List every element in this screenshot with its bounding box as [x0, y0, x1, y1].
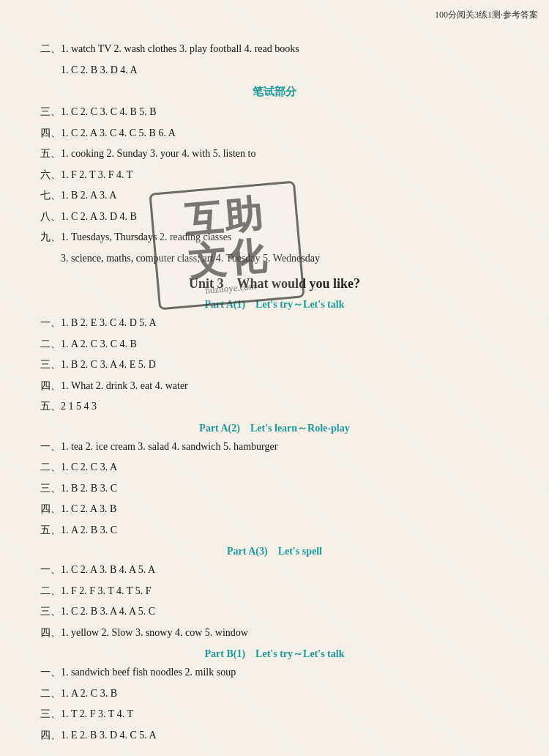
top-right-label: 100分阅关3练1测·参考答案 — [435, 9, 538, 21]
b1-san: 三、1. T 2. F 3. T 4. T — [40, 705, 509, 724]
san-line: 三、1. C 2. C 3. C 4. B 5. B — [40, 103, 509, 122]
part-a1-section: 一、1. B 2. E 3. C 4. D 5. A 二、1. A 2. C 3… — [40, 314, 509, 416]
a2-wu: 五、1. A 2. B 3. C — [40, 522, 509, 540]
er-line-1: 二、1. watch TV 2. wash clothes 3. play fo… — [40, 40, 509, 59]
b1-si: 四、1. E 2. B 3. D 4. C 5. A — [40, 727, 509, 745]
b1-yi: 一、1. sandwich beef fish noodles 2. milk … — [40, 664, 509, 682]
liu-line: 六、1. F 2. T 3. F 4. T — [40, 166, 509, 185]
a1-san: 三、1. B 2. C 3. A 4. E 5. D — [40, 356, 509, 374]
si-line: 四、1. C 2. A 3. C 4. C 5. B 6. A — [40, 125, 509, 143]
a2-si: 四、1. C 2. A 3. B — [40, 500, 509, 519]
part-a1-title: Part A(1) Let's try～Let's talk — [40, 298, 509, 311]
wu-line: 五、1. cooking 2. Sunday 3. your 4. with 5… — [40, 145, 509, 163]
a1-yi: 一、1. B 2. E 3. C 4. D 5. A — [40, 314, 509, 333]
stamp-text-1: 互助 — [183, 193, 266, 241]
stamp-text-2: 文化 — [187, 234, 269, 283]
a3-er: 二、1. F 2. F 3. T 4. T 5. F — [40, 582, 509, 601]
a1-si: 四、1. What 2. drink 3. eat 4. water — [40, 377, 509, 396]
part-b1-title: Part B(1) Let's try～Let's talk — [40, 648, 509, 661]
a1-er: 二、1. A 2. C 3. C 4. B — [40, 336, 509, 354]
part-a2-title: Part A(2) Let's learn～Role-play — [40, 422, 509, 435]
a2-san: 三、1. B 2. B 3. C — [40, 480, 509, 498]
a2-er: 二、1. C 2. C 3. A — [40, 459, 509, 477]
part-a3-title: Part A(3) Let's spell — [40, 545, 509, 558]
stamp-text-3: hdzuoye.com — [205, 281, 257, 297]
part-b1-section: 一、1. sandwich beef fish noodles 2. milk … — [40, 664, 509, 744]
a3-san: 三、1. C 2. B 3. A 4. A 5. C — [40, 603, 509, 621]
a3-si: 四、1. yellow 2. Slow 3. snowy 4. cow 5. w… — [40, 624, 509, 642]
bishi-title: 笔试部分 — [40, 85, 509, 99]
part-a2-section: 一、1. tea 2. ice cream 3. salad 4. sandwi… — [40, 438, 509, 540]
b1-er: 二、1. A 2. C 3. B — [40, 685, 509, 703]
stamp-overlay: 互助 文化 hdzuoye.com — [149, 181, 305, 311]
a2-yi: 一、1. tea 2. ice cream 3. salad 4. sandwi… — [40, 438, 509, 456]
er-line-2: 1. C 2. B 3. D 4. A — [40, 62, 509, 80]
a1-wu: 五、2 1 5 4 3 — [40, 398, 509, 416]
part-a3-section: 一、1. C 2. A 3. B 4. A 5. A 二、1. F 2. F 3… — [40, 561, 509, 642]
a3-yi: 一、1. C 2. A 3. B 4. A 5. A — [40, 561, 509, 579]
